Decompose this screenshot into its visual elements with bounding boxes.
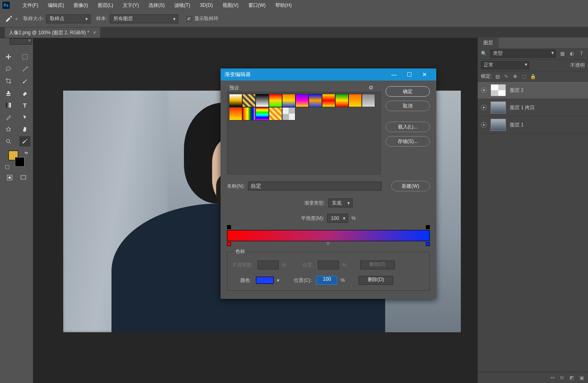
layer-thumbnail[interactable] [491,101,506,114]
gradient-tool[interactable] [3,100,14,110]
close-tab-icon[interactable]: × [93,30,96,35]
preset-swatch[interactable] [229,107,242,120]
preset-swatch[interactable] [295,94,309,107]
zoom-tool[interactable] [3,136,14,147]
menu-help[interactable]: 帮助(H) [270,2,297,9]
preset-swatch[interactable] [229,94,242,107]
background-color[interactable] [15,157,25,167]
filter-adjust-icon[interactable]: ◐ [569,50,575,57]
preset-swatch[interactable] [362,94,375,107]
opacity-stop-left[interactable] [227,225,231,229]
menu-filter[interactable]: 滤镜(T) [169,2,195,9]
shape-tool[interactable] [3,124,14,135]
crop-tool[interactable] [3,76,14,86]
lock-transparency-icon[interactable]: ▨ [494,73,501,80]
sample-size-dropdown[interactable]: 取样点 [46,14,91,23]
layer-item[interactable]: 图层 1 拷贝 [478,99,588,116]
marquee-tool[interactable] [19,52,31,62]
minimize-icon[interactable]: — [386,71,402,78]
preset-swatch[interactable] [242,107,256,120]
menu-type[interactable]: 文字(Y) [118,2,144,9]
preset-swatch[interactable] [309,94,322,107]
menu-file[interactable]: 文件(F) [18,2,43,9]
preset-swatch[interactable] [335,94,349,107]
lasso-tool[interactable] [3,64,14,74]
link-layers-icon[interactable]: ⚯ [551,375,555,381]
type-tool[interactable]: T [19,100,31,110]
menu-3d[interactable]: 3D(D) [195,2,218,8]
preset-swatch[interactable] [282,94,295,107]
eyedropper-icon[interactable] [5,15,13,23]
sample-dropdown[interactable]: 所有图层 [110,14,178,23]
preset-swatch[interactable] [242,94,256,107]
smoothness-input[interactable]: 100 [327,214,348,223]
menu-select[interactable]: 选择(S) [144,2,169,9]
swap-colors-icon[interactable]: ⇆ [25,151,28,155]
preset-swatch[interactable] [256,94,269,107]
color-swatches[interactable]: ⇆ [4,151,29,169]
blend-mode-dropdown[interactable]: 正常 [481,61,529,69]
midpoint-handle[interactable]: ◇ [326,241,330,245]
maximize-icon[interactable]: ☐ [402,71,417,78]
default-colors-icon[interactable] [5,165,9,169]
load-button[interactable]: 载入(L)... [386,122,430,132]
layer-thumbnail[interactable] [491,119,506,131]
preset-swatch[interactable] [282,107,295,120]
preset-swatch[interactable] [269,94,282,107]
visibility-toggle[interactable] [481,105,487,110]
layer-name[interactable]: 图层 2 [510,87,524,94]
chevron-down-icon[interactable]: ▾ [277,277,279,283]
menu-view[interactable]: 视图(V) [218,2,243,9]
color-swatch[interactable] [256,277,274,284]
hand-tool[interactable] [19,124,31,135]
preset-swatch[interactable] [349,94,362,107]
layer-item[interactable]: 图层 1 [478,116,588,134]
menu-layer[interactable]: 图层(L) [93,2,118,9]
layer-name[interactable]: 图层 1 [510,122,524,128]
filter-type-icon[interactable]: T [578,50,585,57]
lock-all-icon[interactable]: 🔒 [530,73,536,80]
fx-icon[interactable]: fx [560,375,564,381]
presets-menu-icon[interactable]: ⚙ [369,85,373,91]
mask-icon[interactable]: ◩ [569,375,574,381]
layer-item[interactable]: 图层 2 [478,82,588,99]
layer-name[interactable]: 图层 1 拷贝 [510,104,534,111]
lock-artboard-icon[interactable]: ⬚ [521,73,527,80]
document-tab[interactable]: 人像2.png @ 100% (图层 2, RGB/8) * × [5,27,100,38]
pen-tool[interactable] [3,112,14,122]
color-stop-right[interactable] [426,242,430,246]
move-tool[interactable] [3,52,14,62]
menu-window[interactable]: 窗口(W) [243,2,270,9]
gradient-type-dropdown[interactable]: 实底 [328,199,353,207]
preset-swatch[interactable] [269,107,282,120]
lock-position-icon[interactable]: ✥ [512,73,518,80]
preset-swatch[interactable] [322,94,335,107]
ok-button[interactable]: 确定 [386,86,430,97]
delete-color-button[interactable]: 删除(D) [359,276,393,285]
gradient-bar[interactable]: ◇ [227,230,430,241]
close-icon[interactable]: × [28,38,31,43]
filter-kind-dropdown[interactable]: 类型 [490,50,556,58]
close-icon[interactable]: ✕ [417,71,432,78]
magic-wand-tool[interactable] [19,64,31,74]
new-button[interactable]: 新建(W) [391,181,430,191]
dialog-titlebar[interactable]: 渐变编辑器 — ☐ ✕ [221,68,436,81]
visibility-toggle[interactable] [481,122,487,128]
layer-thumbnail[interactable] [491,84,506,96]
save-button[interactable]: 存储(S)... [386,136,430,147]
color-position-input[interactable]: 100 [316,276,337,285]
screenmode-tool[interactable] [18,172,29,183]
stamp-tool[interactable] [3,88,14,98]
menu-edit[interactable]: 编辑(E) [43,2,69,9]
opacity-stop-right[interactable] [426,225,430,229]
new-group-icon[interactable]: ▣ [580,375,584,381]
layers-tab[interactable]: 图层 [478,37,499,48]
menu-image[interactable]: 图像(I) [69,2,93,9]
color-stop-left[interactable] [227,242,231,246]
show-ring-checkbox[interactable] [186,16,192,22]
filter-pixel-icon[interactable]: ▦ [559,50,565,57]
lock-paint-icon[interactable]: ✎ [503,73,510,80]
gradient-name-input[interactable] [248,182,382,190]
preset-swatch[interactable] [256,107,269,120]
brush-tool[interactable] [19,76,31,86]
